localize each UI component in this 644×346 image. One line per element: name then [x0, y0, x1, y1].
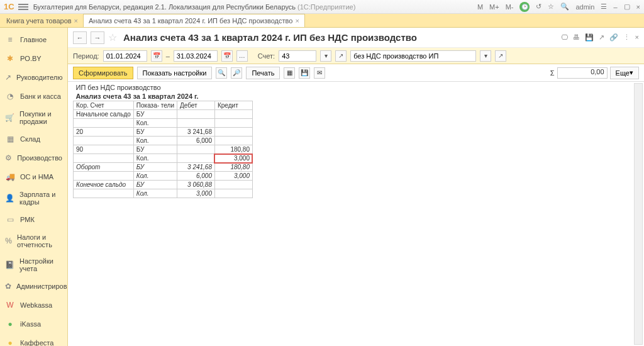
minimize-icon[interactable]: –	[613, 3, 617, 11]
table-cell[interactable]	[177, 145, 214, 154]
table-cell[interactable]: 180,80	[214, 163, 252, 172]
table-cell[interactable]	[74, 137, 134, 145]
memory-mminus[interactable]: M-	[506, 3, 514, 11]
table-cell[interactable]: 3,000	[177, 189, 214, 198]
report-table[interactable]: ИП без НДС производство Анализ счета 43 …	[73, 83, 253, 198]
table-cell[interactable]: 3,000	[214, 172, 252, 181]
table-row[interactable]: 90БУ180,80	[74, 145, 253, 154]
sidebar-item[interactable]: ↗Руководителю	[0, 68, 67, 87]
account-open-icon[interactable]: ↗	[335, 50, 347, 62]
table-cell[interactable]: Кол.	[133, 172, 177, 181]
period-from-input[interactable]	[103, 50, 147, 62]
history-icon[interactable]: ↺	[536, 3, 541, 11]
memory-mplus[interactable]: M+	[489, 3, 499, 11]
table-cell[interactable]	[74, 189, 134, 198]
table-row[interactable]: Конечное сальдоБУ3 060,88	[74, 181, 253, 189]
org-dropdown-icon[interactable]: ▾	[480, 50, 491, 62]
maximize-icon[interactable]: ▢	[624, 3, 630, 11]
tab-close-icon[interactable]: ×	[74, 17, 78, 25]
table-cell[interactable]: Кол.	[133, 137, 177, 145]
table-cell[interactable]: Кол.	[133, 119, 177, 128]
main-menu-icon[interactable]	[18, 2, 28, 12]
period-to-input[interactable]	[174, 50, 218, 62]
print-button[interactable]: Печать	[246, 67, 280, 79]
memory-m[interactable]: M	[477, 3, 483, 11]
sidebar-item[interactable]: ✱PO.BY	[0, 49, 67, 68]
sidebar-item[interactable]: ◔Банк и касса	[0, 87, 67, 106]
vertical-scrollbar[interactable]	[634, 83, 643, 345]
table-cell[interactable]	[177, 154, 214, 163]
save-file-icon[interactable]: 💾	[299, 67, 310, 79]
sidebar-item[interactable]: 🛒Покупки и продажи	[0, 106, 67, 130]
organization-input[interactable]	[350, 50, 476, 62]
zoom-out-icon[interactable]: 🔎	[231, 67, 242, 79]
print-icon[interactable]: 🖶	[573, 33, 580, 42]
calendar-to-icon[interactable]: 📅	[221, 50, 233, 62]
sidebar-item[interactable]: 🚚ОС и НМА	[0, 167, 67, 186]
table-cell[interactable]: БУ	[133, 163, 177, 172]
table-row[interactable]: Кол.3,000	[74, 189, 253, 198]
sidebar-item[interactable]: ✿Администрирование	[0, 277, 67, 296]
table-cell[interactable]: 6,000	[177, 137, 214, 145]
sidebar-item[interactable]: ≡Главное	[0, 30, 67, 49]
table-cell[interactable]: Конечное сальдо	[74, 181, 134, 189]
sidebar-item[interactable]: 👤Зарплата и кадры	[0, 186, 67, 210]
org-open-icon[interactable]: ↗	[495, 50, 506, 62]
sidebar-item[interactable]: 📓Настройки учета	[0, 253, 67, 277]
table-row[interactable]: Начальное сальдоБУ	[74, 110, 253, 119]
table-row[interactable]: Кол.	[74, 119, 253, 128]
save-icon[interactable]: 💾	[585, 33, 594, 42]
table-row[interactable]: 20БУ3 241,68	[74, 128, 253, 137]
table-cell[interactable]: БУ	[133, 110, 177, 119]
account-input[interactable]	[279, 50, 316, 62]
table-cell[interactable]: 3 060,88	[177, 181, 214, 189]
close-page-icon[interactable]: ×	[635, 33, 639, 42]
search-icon[interactable]: 🔍	[560, 3, 569, 11]
table-cell[interactable]: 3 241,68	[177, 128, 214, 137]
calendar-from-icon[interactable]: 📅	[151, 50, 162, 62]
more-button[interactable]: Еще ▾	[610, 67, 639, 79]
table-cell[interactable]: 20	[74, 128, 134, 137]
sidebar-item[interactable]: WWebkassa	[0, 296, 67, 315]
sidebar-item[interactable]: ⚙Производство	[0, 148, 67, 167]
table-cell[interactable]	[214, 137, 252, 145]
tab-book-goods[interactable]: Книга учета товаров ×	[1, 14, 84, 27]
table-cell[interactable]	[74, 119, 134, 128]
nav-forward-button[interactable]: →	[91, 31, 104, 44]
email-icon[interactable]: ✉	[314, 67, 325, 79]
page-setup-icon[interactable]: ▦	[284, 67, 295, 79]
table-cell[interactable]: 90	[74, 145, 134, 154]
table-cell[interactable]: 6,000	[177, 172, 214, 181]
form-report-button[interactable]: Сформировать	[73, 67, 133, 79]
table-row[interactable]: Кол.3,000	[74, 154, 253, 163]
table-cell[interactable]	[74, 154, 134, 163]
zoom-in-icon[interactable]: 🔍	[216, 67, 227, 79]
table-cell[interactable]: БУ	[133, 145, 177, 154]
nav-back-button[interactable]: ←	[73, 31, 87, 44]
window-settings-icon[interactable]: ☰	[601, 3, 607, 11]
close-icon[interactable]: ×	[636, 3, 640, 11]
table-row[interactable]: Кол.6,0003,000	[74, 172, 253, 181]
more-vertical-icon[interactable]: ⋮	[623, 33, 630, 42]
show-settings-button[interactable]: Показать настройки	[137, 67, 213, 79]
table-cell[interactable]	[177, 110, 214, 119]
table-cell[interactable]: БУ	[133, 181, 177, 189]
user-label[interactable]: admin	[575, 3, 594, 11]
table-row[interactable]: Кол.6,000	[74, 137, 253, 145]
table-cell[interactable]: 3,000	[214, 154, 252, 163]
table-cell[interactable]	[177, 119, 214, 128]
table-cell[interactable]	[214, 119, 252, 128]
table-cell[interactable]	[74, 172, 134, 181]
tab-close-icon[interactable]: ×	[295, 17, 299, 25]
export-icon[interactable]: ↗	[599, 33, 604, 42]
sidebar-item[interactable]: %Налоги и отчетность	[0, 229, 67, 253]
table-cell[interactable]: Кол.	[133, 189, 177, 198]
table-cell[interactable]: 3 241,68	[177, 163, 214, 172]
preview-icon[interactable]: 🖵	[561, 33, 568, 42]
table-cell[interactable]: 180,80	[214, 145, 252, 154]
sidebar-item[interactable]: ●iKassa	[0, 315, 67, 333]
table-cell[interactable]	[214, 181, 252, 189]
notification-badge-icon[interactable]: 🕑	[519, 2, 530, 12]
tab-analysis-43[interactable]: Анализ счета 43 за 1 квартал 2024 г. ИП …	[84, 14, 305, 27]
table-cell[interactable]	[214, 128, 252, 137]
